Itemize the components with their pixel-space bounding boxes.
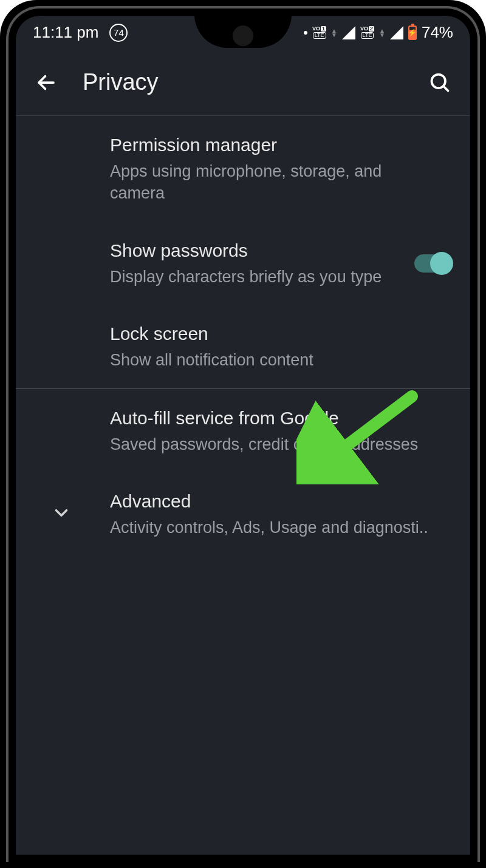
data-arrows-icon-1: ▲▼ (331, 29, 337, 37)
phone-frame-inner: 11:11 pm 74 VO 1 LTE ▲▼ (6, 6, 480, 862)
status-time: 11:11 pm (33, 23, 98, 42)
setting-subtitle: Apps using microphone, storage, and came… (110, 160, 440, 205)
signal-icon-1 (342, 26, 355, 39)
setting-subtitle: Activity controls, Ads, Usage and diagno… (110, 517, 440, 538)
back-arrow-icon (35, 72, 57, 93)
setting-title: Show passwords (110, 239, 402, 262)
status-dot-icon (304, 31, 307, 35)
signal-icon-2 (390, 26, 403, 39)
battery-icon: ⚡ (408, 25, 417, 40)
page-title: Privacy (83, 69, 403, 95)
data-arrows-icon-2: ▲▼ (379, 29, 385, 37)
screen: 11:11 pm 74 VO 1 LTE ▲▼ (16, 16, 470, 855)
permission-manager-row[interactable]: Permission manager Apps using microphone… (16, 116, 470, 222)
camera-dot (233, 25, 253, 46)
setting-subtitle: Saved passwords, credit cards, addresses (110, 433, 440, 455)
svg-line-2 (443, 86, 448, 91)
autofill-row[interactable]: Auto-fill service from Google Saved pass… (16, 389, 470, 472)
advanced-row[interactable]: Advanced Activity controls, Ads, Usage a… (16, 472, 470, 555)
search-button[interactable] (428, 70, 452, 95)
setting-title: Lock screen (110, 322, 440, 345)
chevron-down-icon (51, 503, 72, 526)
power-button[interactable] (484, 352, 486, 388)
settings-list: Permission manager Apps using microphone… (16, 116, 470, 556)
lock-screen-row[interactable]: Lock screen Show all notification conten… (16, 305, 470, 388)
setting-subtitle: Display characters briefly as you type (110, 266, 402, 288)
setting-subtitle: Show all notification content (110, 349, 440, 371)
volte-2-icon: VO 2 LTE (360, 26, 374, 39)
back-button[interactable] (34, 70, 58, 95)
search-icon (429, 72, 451, 93)
setting-title: Permission manager (110, 133, 440, 157)
toggle-knob (430, 252, 453, 275)
setting-title: Auto-fill service from Google (110, 406, 440, 430)
setting-title: Advanced (110, 489, 440, 513)
volte-1-icon: VO 1 LTE (312, 26, 326, 39)
show-passwords-toggle[interactable] (414, 254, 452, 273)
show-passwords-row[interactable]: Show passwords Display characters briefl… (16, 222, 470, 305)
battery-percent: 74% (422, 23, 453, 42)
app-bar: Privacy (16, 49, 470, 116)
status-right: VO 1 LTE ▲▼ VO 2 LTE ▲▼ (304, 23, 453, 42)
volume-down-button[interactable] (484, 279, 486, 334)
status-left: 11:11 pm 74 (33, 23, 128, 42)
volume-up-button[interactable] (484, 212, 486, 267)
phone-frame: 11:11 pm 74 VO 1 LTE ▲▼ (0, 0, 486, 868)
data-saver-icon: 74 (109, 24, 128, 42)
